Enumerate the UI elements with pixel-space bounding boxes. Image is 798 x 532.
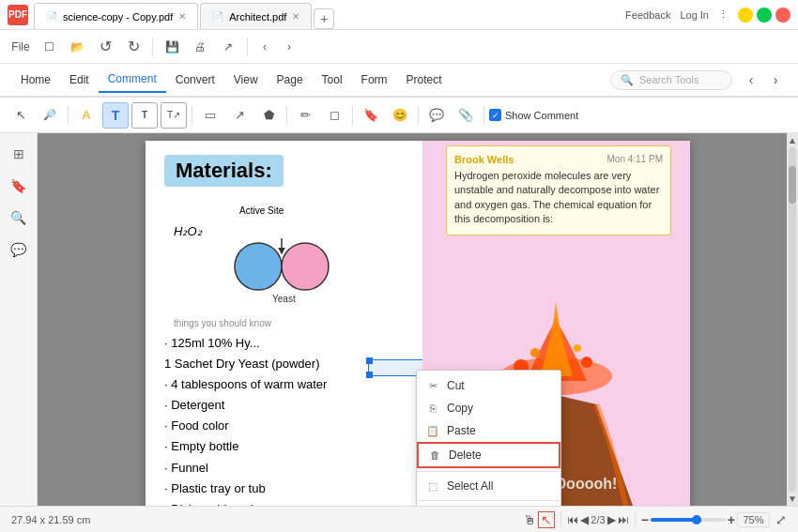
nav-back[interactable]: ‹ <box>253 36 276 58</box>
ribbon-page[interactable]: Page <box>268 68 313 92</box>
zoom-in-btn[interactable]: + <box>728 512 735 527</box>
ribbon-edit[interactable]: Edit <box>60 68 99 92</box>
nav-back-2[interactable]: ‹ <box>740 68 762 91</box>
app-logo: PDF <box>8 5 28 25</box>
ribbon-view[interactable]: View <box>224 68 268 92</box>
rectangle-tool[interactable]: ▭ <box>197 102 223 129</box>
scroll-down[interactable]: ▼ <box>788 494 797 504</box>
paste-icon: 📋 <box>426 424 439 437</box>
list-item: · Plastic tray or tub <box>164 479 408 499</box>
ctx-copy[interactable]: ⎘ Copy <box>417 397 560 419</box>
show-comment-checkbox[interactable]: ✓ <box>489 109 501 121</box>
feedback-link[interactable]: Feedback <box>625 9 670 21</box>
list-item: · Empty bottle <box>164 436 408 457</box>
ribbon-form[interactable]: Form <box>352 68 397 92</box>
undo-button[interactable]: ↺ <box>92 34 118 60</box>
cursor-tool[interactable]: ↖ <box>8 102 34 129</box>
eraser-tool[interactable]: ◻ <box>321 102 347 129</box>
prev-page-btn[interactable]: ◀ <box>580 513 589 526</box>
molecule-diagram: Yeast <box>221 220 390 304</box>
new-tab-button[interactable]: + <box>314 8 334 29</box>
tab-architect[interactable]: 📄 Architect.pdf ✕ <box>200 3 312 29</box>
text-tool[interactable]: T <box>102 102 129 129</box>
tab-close-architect[interactable]: ✕ <box>292 11 299 22</box>
tab-close-science[interactable]: ✕ <box>178 11 186 22</box>
zoom-slider[interactable] <box>651 518 726 522</box>
comment-box: Brook Wells Mon 4:11 PM Hydrogen peroxid… <box>446 145 671 236</box>
pdf-left-panel: Materials: H₂O₂ Active Site <box>146 141 427 506</box>
sticker-tool[interactable]: 😊 <box>387 102 413 129</box>
attachment-tool[interactable]: 📎 <box>453 102 479 129</box>
file-menu[interactable]: File <box>8 34 34 60</box>
ctx-delete[interactable]: 🗑 Delete <box>417 442 560 468</box>
share-button[interactable]: ↗ <box>215 34 241 60</box>
zoom-out-btn[interactable]: − <box>641 512 649 527</box>
minimize-button[interactable] <box>738 8 753 23</box>
svg-point-9 <box>574 344 581 352</box>
open-button[interactable]: 📂 <box>64 34 90 60</box>
ribbon-tool[interactable]: Tool <box>313 68 352 92</box>
ribbon-comment[interactable]: Comment <box>99 67 166 93</box>
zoom-thumb[interactable] <box>692 515 701 524</box>
highlight-tool[interactable]: A <box>73 102 100 129</box>
ctx-select-all[interactable]: ⬚ Select All <box>417 475 560 497</box>
ribbon-home[interactable]: Home <box>11 68 60 92</box>
comment-tool[interactable]: 💬 <box>423 102 450 129</box>
ribbon-protect[interactable]: Protect <box>397 68 452 92</box>
zoom-slider-container[interactable] <box>651 518 726 522</box>
next-page-btn[interactable]: ▶ <box>607 513 616 526</box>
select-mode-icon[interactable]: ↖ <box>538 511 555 528</box>
last-page-btn[interactable]: ⏭ <box>618 513 629 526</box>
ribbon-search-box[interactable]: 🔍 Search Tools <box>610 70 732 90</box>
first-page-btn[interactable]: ⏮ <box>567 513 578 526</box>
shapes-tool[interactable]: ⬟ <box>255 102 282 129</box>
scrollbar[interactable]: ▲ ▼ <box>787 133 798 506</box>
save-button[interactable]: 💾 <box>159 34 185 60</box>
more-options[interactable]: ⋮ <box>718 8 729 21</box>
scroll-thumb[interactable] <box>789 166 796 204</box>
zoom-tool[interactable]: 🔎 <box>37 102 63 129</box>
nav-forward[interactable]: › <box>278 36 300 58</box>
callout-tool[interactable]: T↗ <box>161 102 187 129</box>
scroll-up[interactable]: ▲ <box>788 135 797 145</box>
text-box-tool[interactable]: T <box>131 102 158 129</box>
pdf-viewport: Materials: H₂O₂ Active Site <box>38 133 798 506</box>
maximize-button[interactable] <box>757 8 772 23</box>
ctx-cut[interactable]: ✂ Cut <box>417 374 560 397</box>
selection-handle-bl[interactable] <box>366 372 373 378</box>
nav-forward-2[interactable]: › <box>764 68 787 91</box>
scroll-track[interactable] <box>789 147 796 492</box>
tab-science-copy[interactable]: 📄 science-copy - Copy.pdf ✕ <box>34 3 198 29</box>
ribbon-convert[interactable]: Convert <box>166 68 224 92</box>
h2o2-label: H₂O₂ <box>174 224 202 238</box>
sidebar-comment[interactable]: 💬 <box>6 236 32 263</box>
sidebar-thumbnail[interactable]: ⊞ <box>6 141 32 167</box>
arrow-tool[interactable]: ↗ <box>226 102 253 129</box>
print-button[interactable]: 🖨 <box>187 34 213 60</box>
stamp-tool[interactable]: 🔖 <box>358 102 384 129</box>
fit-page-btn[interactable]: ⤢ <box>775 512 787 527</box>
content-area: ⊞ 🔖 🔍 💬 Materials: H₂O₂ Active Site <box>0 133 798 506</box>
chem-diagram: H₂O₂ Active Site Yeast <box>164 196 408 309</box>
title-bar-right: Feedback Log In ⋮ <box>625 8 729 21</box>
new-doc-button[interactable]: ☐ <box>36 34 62 60</box>
ctx-paste[interactable]: 📋 Paste <box>417 419 560 442</box>
ctx-set-default[interactable]: ◎ Set as Default <box>417 504 560 506</box>
cursor-mode-icon[interactable]: 🖱 <box>523 512 536 527</box>
status-sep-2 <box>635 512 636 527</box>
login-link[interactable]: Log In <box>680 9 709 21</box>
sidebar-bookmark[interactable]: 🔖 <box>6 173 32 199</box>
status-bar: 27.94 x 21.59 cm 🖱 ↖ ⏮ ◀ 2/3 ▶ ⏭ − + 75%… <box>0 506 798 532</box>
redo-button[interactable]: ↻ <box>120 34 146 60</box>
close-button[interactable] <box>775 8 790 23</box>
svg-point-0 <box>235 243 282 290</box>
list-item: · 125ml 10% Hy... <box>164 333 408 354</box>
comment-author: Brook Wells <box>454 154 514 165</box>
pen-tool[interactable]: ✏ <box>292 102 318 129</box>
list-item: · Funnel <box>164 458 408 479</box>
select-all-icon: ⬚ <box>426 479 439 493</box>
selection-handle-tl[interactable] <box>366 357 373 364</box>
zoom-percent[interactable]: 75% <box>737 512 770 527</box>
tool-sep-4 <box>352 106 353 125</box>
sidebar-search[interactable]: 🔍 <box>6 205 32 231</box>
